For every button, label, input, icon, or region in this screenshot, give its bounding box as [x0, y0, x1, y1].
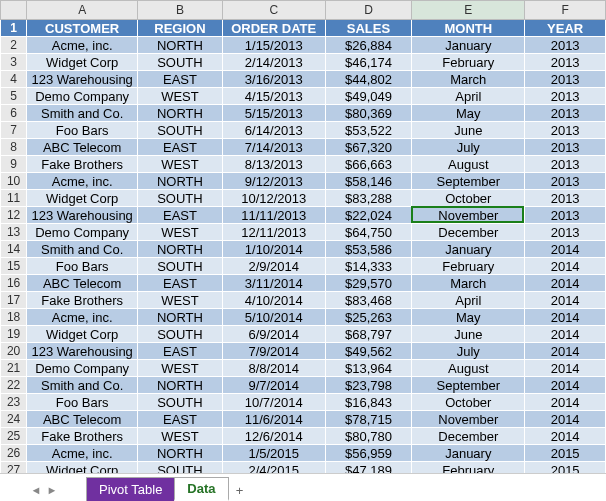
cell[interactable]: NORTH — [138, 377, 223, 394]
cell[interactable]: 2/9/2014 — [222, 258, 325, 275]
cell[interactable]: EAST — [138, 207, 223, 224]
cell[interactable]: January — [412, 37, 525, 54]
row-header-10[interactable]: 10 — [1, 173, 27, 190]
cell[interactable]: 2014 — [525, 411, 606, 428]
cell[interactable]: NORTH — [138, 37, 223, 54]
cell[interactable]: $53,586 — [325, 241, 412, 258]
cell[interactable]: Fake Brothers — [27, 428, 138, 445]
cell[interactable]: 2013 — [525, 37, 606, 54]
cell[interactable]: $29,570 — [325, 275, 412, 292]
cell[interactable]: March — [412, 71, 525, 88]
row-header-4[interactable]: 4 — [1, 71, 27, 88]
cell[interactable]: 2014 — [525, 275, 606, 292]
header-cell[interactable]: CUSTOMER — [27, 20, 138, 37]
header-cell[interactable]: ORDER DATE — [222, 20, 325, 37]
row-header-7[interactable]: 7 — [1, 122, 27, 139]
cell[interactable]: $44,802 — [325, 71, 412, 88]
cell[interactable]: NORTH — [138, 445, 223, 462]
row-header-16[interactable]: 16 — [1, 275, 27, 292]
cell[interactable]: February — [412, 258, 525, 275]
cell[interactable]: Demo Company — [27, 224, 138, 241]
cell[interactable]: July — [412, 343, 525, 360]
cell[interactable]: SOUTH — [138, 54, 223, 71]
cell[interactable]: Widget Corp — [27, 462, 138, 474]
cell[interactable]: $14,333 — [325, 258, 412, 275]
cell[interactable]: 2013 — [525, 105, 606, 122]
cell[interactable]: December — [412, 224, 525, 241]
cell[interactable]: December — [412, 428, 525, 445]
header-cell[interactable]: YEAR — [525, 20, 606, 37]
cell[interactable]: 2014 — [525, 428, 606, 445]
cell[interactable]: NORTH — [138, 105, 223, 122]
column-header-E[interactable]: E — [412, 1, 525, 20]
row-header-6[interactable]: 6 — [1, 105, 27, 122]
row-header-9[interactable]: 9 — [1, 156, 27, 173]
column-header-A[interactable]: A — [27, 1, 138, 20]
cell[interactable]: 11/11/2013 — [222, 207, 325, 224]
row-header-26[interactable]: 26 — [1, 445, 27, 462]
row-header-19[interactable]: 19 — [1, 326, 27, 343]
tab-data[interactable]: Data — [174, 477, 228, 501]
cell[interactable]: Acme, inc. — [27, 37, 138, 54]
header-cell[interactable]: MONTH — [412, 20, 525, 37]
cell[interactable]: $53,522 — [325, 122, 412, 139]
cell[interactable]: WEST — [138, 360, 223, 377]
cell[interactable]: April — [412, 88, 525, 105]
cell[interactable]: SOUTH — [138, 394, 223, 411]
cell[interactable]: 12/6/2014 — [222, 428, 325, 445]
cell[interactable]: 123 Warehousing — [27, 207, 138, 224]
cell[interactable]: 2014 — [525, 309, 606, 326]
cell[interactable]: Acme, inc. — [27, 173, 138, 190]
cell[interactable]: 11/6/2014 — [222, 411, 325, 428]
cell[interactable]: $25,263 — [325, 309, 412, 326]
cell[interactable]: April — [412, 292, 525, 309]
cell[interactable]: SOUTH — [138, 462, 223, 474]
row-header-12[interactable]: 12 — [1, 207, 27, 224]
cell[interactable]: 2013 — [525, 139, 606, 156]
cell[interactable]: 7/14/2013 — [222, 139, 325, 156]
cell[interactable]: 2015 — [525, 462, 606, 474]
row-header-15[interactable]: 15 — [1, 258, 27, 275]
cell[interactable]: $66,663 — [325, 156, 412, 173]
cell[interactable]: $67,320 — [325, 139, 412, 156]
cell[interactable]: 9/7/2014 — [222, 377, 325, 394]
row-header-1[interactable]: 1 — [1, 20, 27, 37]
cell[interactable]: Widget Corp — [27, 54, 138, 71]
row-header-25[interactable]: 25 — [1, 428, 27, 445]
cell[interactable]: March — [412, 275, 525, 292]
cell[interactable]: 2013 — [525, 88, 606, 105]
cell[interactable]: $80,369 — [325, 105, 412, 122]
row-header-5[interactable]: 5 — [1, 88, 27, 105]
cell[interactable]: 123 Warehousing — [27, 71, 138, 88]
cell[interactable]: Foo Bars — [27, 394, 138, 411]
cell[interactable]: 12/11/2013 — [222, 224, 325, 241]
cell[interactable]: November — [412, 207, 525, 224]
cell[interactable]: August — [412, 360, 525, 377]
cell[interactable]: 2/4/2015 — [222, 462, 325, 474]
cell[interactable]: 2013 — [525, 156, 606, 173]
cell[interactable]: September — [412, 173, 525, 190]
cell[interactable]: EAST — [138, 411, 223, 428]
cell[interactable]: $47,189 — [325, 462, 412, 474]
column-header-F[interactable]: F — [525, 1, 606, 20]
cell[interactable]: $80,780 — [325, 428, 412, 445]
cell[interactable]: Fake Brothers — [27, 292, 138, 309]
row-header-17[interactable]: 17 — [1, 292, 27, 309]
cell[interactable]: 7/9/2014 — [222, 343, 325, 360]
select-all-corner[interactable] — [1, 1, 27, 20]
cell[interactable]: 2013 — [525, 190, 606, 207]
prev-sheet-button[interactable]: ◄ — [28, 479, 44, 501]
cell[interactable]: NORTH — [138, 173, 223, 190]
cell[interactable]: January — [412, 445, 525, 462]
column-header-D[interactable]: D — [325, 1, 412, 20]
cell[interactable]: 2014 — [525, 377, 606, 394]
cell[interactable]: $26,884 — [325, 37, 412, 54]
row-header-21[interactable]: 21 — [1, 360, 27, 377]
cell[interactable]: $78,715 — [325, 411, 412, 428]
row-header-11[interactable]: 11 — [1, 190, 27, 207]
row-header-23[interactable]: 23 — [1, 394, 27, 411]
cell[interactable]: 2014 — [525, 258, 606, 275]
cell[interactable]: $22,024 — [325, 207, 412, 224]
cell[interactable]: 8/8/2014 — [222, 360, 325, 377]
cell[interactable]: SOUTH — [138, 326, 223, 343]
